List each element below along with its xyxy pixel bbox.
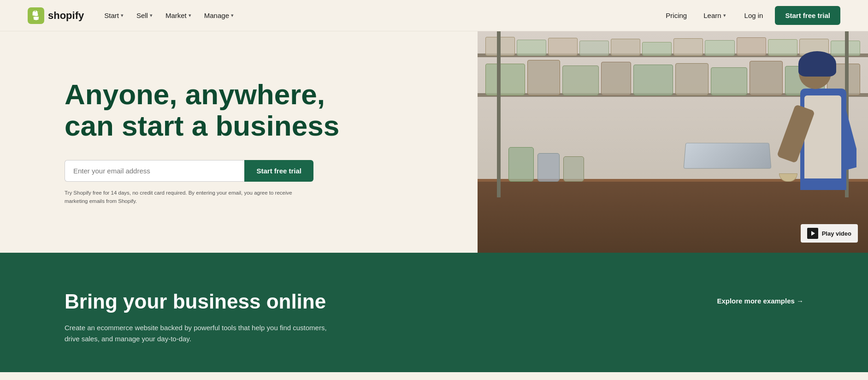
jar [633, 65, 673, 96]
hero-trial-button[interactable]: Start free trial [244, 160, 313, 182]
logo-wordmark: shopify [48, 10, 84, 22]
nav-links-left: Start ▾ Sell ▾ Market ▾ Manage ▾ [99, 8, 659, 23]
jar [485, 64, 525, 95]
hero-content: Anyone, anywhere, can start a business S… [0, 31, 478, 253]
hero-form: Start free trial [65, 160, 313, 182]
medium-jar [537, 153, 560, 182]
nav-pricing[interactable]: Pricing [659, 8, 693, 23]
laptop-screen [683, 143, 771, 169]
laptop [683, 143, 771, 169]
jar [548, 38, 578, 56]
nav-sell[interactable]: Sell ▾ [131, 8, 158, 23]
explore-examples-area: Explore more examples → [717, 290, 803, 305]
nav-learn[interactable]: Learn ▾ [697, 8, 732, 23]
jar [579, 41, 609, 55]
chevron-down-icon: ▾ [231, 12, 234, 18]
email-input[interactable] [65, 160, 244, 182]
hero-disclaimer: Try Shopify free for 14 days, no credit … [65, 189, 295, 205]
chevron-down-icon: ▾ [121, 12, 124, 18]
small-jar [563, 156, 584, 182]
large-jar [508, 147, 534, 182]
chevron-down-icon: ▾ [189, 12, 191, 18]
jar [642, 42, 672, 56]
play-video-label: Play video [822, 230, 851, 237]
hero-image: Play video [478, 31, 868, 253]
jar [517, 40, 546, 56]
login-button[interactable]: Log in [736, 8, 772, 23]
shopify-logo[interactable]: shopify [28, 7, 84, 24]
jar [675, 63, 709, 96]
jar [705, 40, 734, 56]
jar [601, 62, 631, 95]
jar [611, 39, 640, 56]
nav-trial-button[interactable]: Start free trial [775, 6, 840, 25]
chevron-down-icon: ▾ [150, 12, 153, 18]
head-wrap [798, 51, 836, 77]
apron [804, 95, 841, 178]
play-triangle-icon [811, 231, 815, 236]
jar [527, 60, 561, 95]
bottom-content: Bring your business online Create an eco… [65, 290, 341, 344]
nav-links-right: Pricing Learn ▾ Log in Start free trial [659, 6, 840, 25]
nav-market[interactable]: Market ▾ [160, 8, 197, 23]
play-icon [807, 228, 818, 239]
explore-examples-link[interactable]: Explore more examples → [717, 297, 803, 305]
bottom-title: Bring your business online [65, 290, 341, 314]
hero-section: Anyone, anywhere, can start a business S… [0, 31, 868, 253]
nav-start[interactable]: Start ▾ [99, 8, 129, 23]
shelf-leg-left [497, 31, 501, 197]
bottom-section: Bring your business online Create an eco… [0, 253, 868, 372]
hero-title: Anyone, anywhere, can start a business [65, 79, 341, 142]
jar [673, 38, 703, 56]
chevron-down-icon: ▾ [723, 12, 726, 18]
navigation: shopify Start ▾ Sell ▾ Market ▾ Manage ▾… [0, 0, 868, 31]
table-jars [508, 147, 584, 182]
bottom-subtitle: Create an ecommerce website backed by po… [65, 322, 341, 344]
nav-manage[interactable]: Manage ▾ [199, 8, 239, 23]
play-video-button[interactable]: Play video [801, 224, 858, 243]
jar [562, 65, 599, 95]
scene-background [478, 31, 868, 253]
